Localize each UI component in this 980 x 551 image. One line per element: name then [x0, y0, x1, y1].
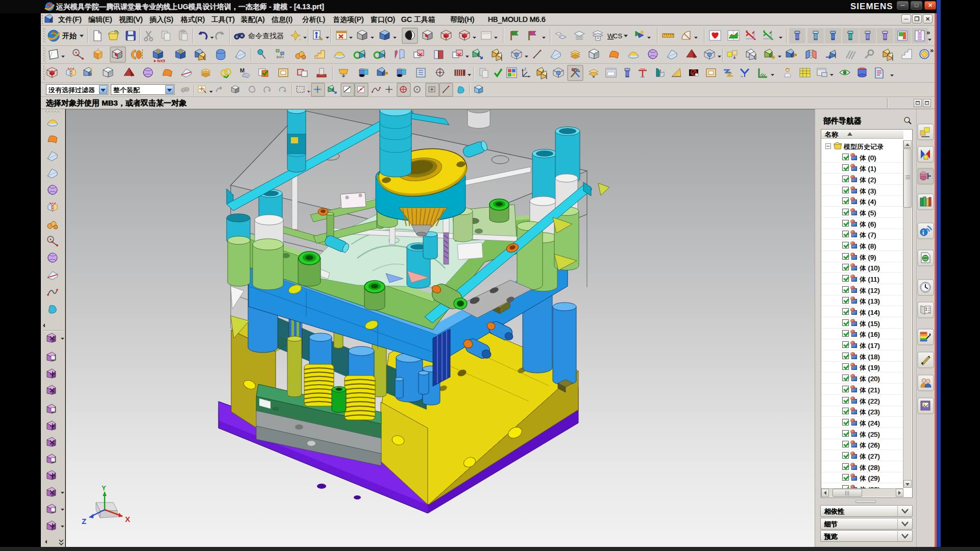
svg-text:命令查找器: 命令查找器 [248, 32, 284, 40]
svg-text:Z: Z [82, 517, 86, 525]
svg-text:M: M [240, 67, 244, 73]
svg-text:CS: CS [613, 32, 622, 40]
svg-text:»: » [930, 46, 934, 54]
svg-text:X: X [125, 515, 130, 523]
svg-text:►NX5: ►NX5 [153, 59, 165, 63]
svg-text:开始: 开始 [62, 32, 77, 40]
svg-text:Z: Z [524, 67, 527, 71]
svg-text:Y: Y [102, 484, 106, 492]
svg-text:»: » [926, 29, 930, 36]
